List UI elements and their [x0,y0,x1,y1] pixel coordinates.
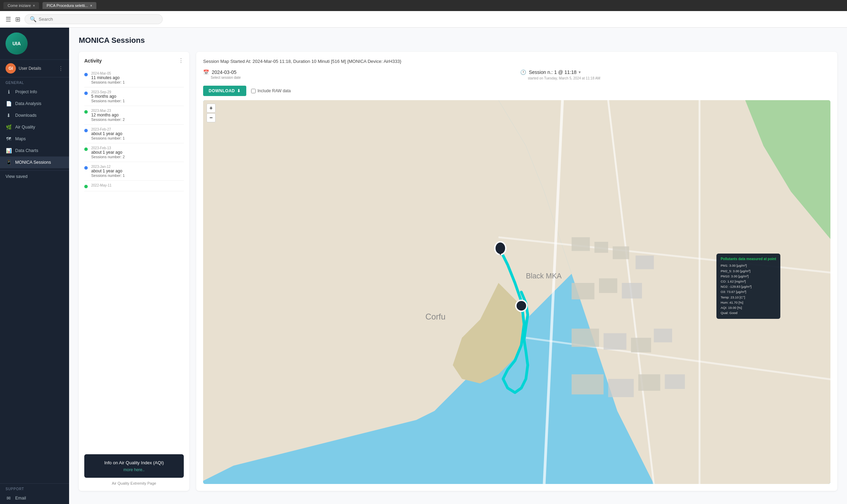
data-analysis-icon: 📄 [6,101,12,106]
sidebar-item-data-charts[interactable]: 📊 Data Charts [0,145,69,156]
activity-sessions: Sessions number: 2 [91,117,184,122]
info-box: Info on Air Quality Index (AQI) more her… [84,454,184,478]
activity-item-4[interactable]: 2023-Feb-13 about 1 year ago Sessions nu… [84,143,184,162]
activity-info: 2023-Sep-29 5 months ago Sessions number… [91,90,184,103]
sidebar-item-data-analysis[interactable]: 📄 Data Analysis [0,98,69,110]
download-button[interactable]: DOWNLOAD ⬇ [203,86,246,96]
activity-time-ago: about 1 year ago [91,169,184,173]
sidebar-item-maps[interactable]: 🗺 Maps [0,133,69,145]
activity-sessions: Sessions number: 1 [91,80,184,84]
activity-time-ago: about 1 year ago [91,150,184,155]
support-label: Support [0,484,69,492]
activity-date: 2023-Sep-29 [91,90,184,94]
activity-item-3[interactable]: 2023-Feb-27 about 1 year ago Sessions nu… [84,125,184,143]
session-value: Session n.: 1 @ 11:18 ▾ [529,69,581,75]
activity-date: 2024-Mar-05 [91,72,184,75]
session-controls: 📅 2024-03-05 Select session date 🕐 Sessi… [203,69,830,80]
activity-list: 2024-Mar-05 11 minutes ago Sessions numb… [84,69,184,450]
download-icon: ⬇ [237,88,241,93]
activity-item-5[interactable]: 2023-Jan-12 about 1 year ago Sessions nu… [84,162,184,181]
user-name: User Details [19,66,55,71]
tooltip-pm10: PM10: 3.00 [μg/m³] [721,274,776,279]
sidebar-item-label: Email [15,496,26,501]
support-section: Support ✉ Email [0,483,69,504]
browser-tab-1[interactable]: Come iniziare × [3,2,39,9]
view-saved-label: View saved [6,174,28,179]
tooltip-title: Pollutants data measured at point [721,257,776,261]
activity-sessions: Sessions number: 1 [91,136,184,140]
date-label: Select session date [203,76,513,79]
sidebar-item-downloads[interactable]: ⬇ Downloads [0,110,69,121]
tab-close-1[interactable]: × [33,4,35,8]
sidebar-item-project-info[interactable]: ℹ Project Info [0,86,69,98]
zoom-in-button[interactable]: + [207,104,216,113]
session-sub: started on Tuesday, March 5, 2024 at 11:… [520,76,830,80]
monica-sessions-icon: 📱 [6,160,12,165]
svg-rect-24 [608,379,634,397]
sidebar-item-air-quality[interactable]: 🌿 Air Quality [0,121,69,133]
user-row: GI User Details ⋮ [0,60,69,77]
svg-rect-26 [665,374,685,389]
tooltip-qual: Qual: Good [721,310,776,315]
info-box-title: Info on Air Quality Index (AQI) [90,460,178,466]
activity-time-ago: 5 months ago [91,94,184,99]
email-icon: ✉ [6,495,12,501]
grid-icon[interactable]: ⊞ [15,16,20,23]
search-bar[interactable]: 🔍 [25,14,163,24]
zoom-out-button[interactable]: − [207,113,216,122]
panel-menu-icon[interactable]: ⋮ [178,57,184,64]
search-input[interactable] [39,17,158,22]
hamburger-icon[interactable]: ☰ [6,16,11,23]
svg-rect-22 [654,329,672,342]
session-header: Session Map Started At: 2024-Mar-05 11:1… [203,59,830,64]
search-icon: 🔍 [30,16,37,22]
activity-panel: Activity ⋮ 2024-Mar-05 11 minutes ago Se… [79,52,189,491]
date-value: 2024-03-05 [212,69,237,75]
svg-rect-19 [572,329,599,347]
svg-rect-21 [631,338,651,352]
clock-icon: 🕐 [520,69,526,75]
svg-rect-17 [599,278,617,293]
include-raw-checkbox[interactable] [251,89,256,93]
tooltip-co: CO: 1.62 [mg/m³] [721,279,776,284]
activity-item-0[interactable]: 2024-Mar-05 11 minutes ago Sessions numb… [84,69,184,87]
data-charts-icon: 📊 [6,148,12,153]
sidebar-item-monica-sessions[interactable]: 📱 MONICA Sessions [0,156,69,168]
activity-item-6[interactable]: 2022-May-11 [84,181,184,191]
sidebar-item-view-saved[interactable]: View saved [0,170,69,182]
activity-sessions: Sessions number: 1 [91,99,184,103]
air-quality-icon: 🌿 [6,124,12,130]
activity-info: 2023-Mar-23 12 months ago Sessions numbe… [91,109,184,122]
activity-info: 2023-Feb-27 about 1 year ago Sessions nu… [91,127,184,140]
svg-rect-23 [572,374,604,394]
activity-item-1[interactable]: 2023-Sep-29 5 months ago Sessions number… [84,87,184,106]
sidebar-item-label: Data Charts [15,148,38,153]
map-container[interactable]: Corfu Black MKA [203,100,830,484]
panel-title: Activity [84,58,102,64]
sidebar-item-label: Project Info [15,89,37,94]
panel-header: Activity ⋮ [84,57,184,64]
content-grid: Activity ⋮ 2024-Mar-05 11 minutes ago Se… [79,52,837,491]
activity-dot [84,92,88,95]
app-layout: UIA GI User Details ⋮ General ℹ Project … [0,28,847,504]
tab-close-2[interactable]: × [90,4,92,8]
top-nav: ☰ ⊞ 🔍 [0,11,847,28]
activity-time-ago: about 1 year ago [91,131,184,136]
sidebar-item-email[interactable]: ✉ Email [0,492,69,504]
activity-item-2[interactable]: 2023-Mar-23 12 months ago Sessions numbe… [84,106,184,125]
session-panel: Session Map Started At: 2024-Mar-05 11:1… [196,52,837,491]
main-content: MONICA Sessions Activity ⋮ 2024-Mar-05 1… [69,28,847,504]
chevron-down-icon[interactable]: ▾ [579,70,581,75]
activity-info: 2023-Feb-13 about 1 year ago Sessions nu… [91,146,184,159]
svg-rect-14 [613,246,629,259]
user-menu-icon[interactable]: ⋮ [58,65,64,72]
downloads-icon: ⬇ [6,113,12,118]
general-label: General [0,77,69,86]
browser-tab-2[interactable]: PICA Procedura seletti... × [42,2,96,9]
tooltip-pm1: PM1: 3.00 [μg/m³] [721,263,776,268]
activity-dot [84,148,88,151]
info-box-link[interactable]: more here.. [90,467,178,472]
include-raw-label[interactable]: Include RAW data [251,88,291,93]
activity-date: 2023-Feb-27 [91,127,184,131]
browser-chrome: Come iniziare × PICA Procedura seletti..… [0,0,847,11]
